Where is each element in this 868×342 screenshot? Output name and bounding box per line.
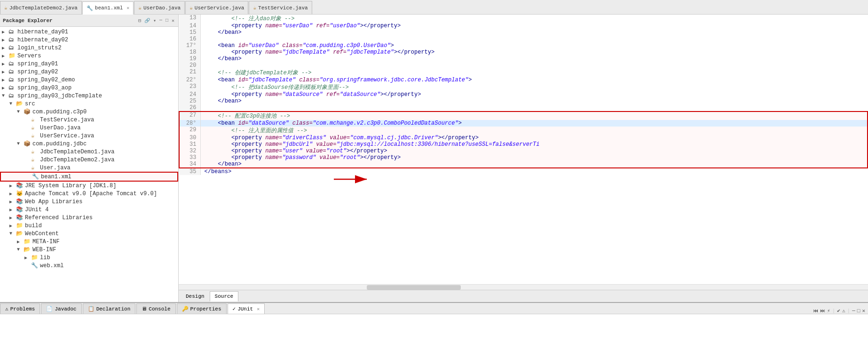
expand-arrow[interactable]: ▼ (17, 247, 24, 252)
expand-arrow[interactable]: ▶ (9, 223, 16, 229)
skip-forward-btn[interactable]: ⏭ (820, 308, 825, 314)
tree-item-web-xml[interactable]: 🔧 web.xml (0, 262, 178, 270)
close-icon[interactable]: ✕ (126, 5, 129, 11)
tree-item-web-inf[interactable]: ▼ 📂 WEB-INF (0, 246, 178, 254)
code-content[interactable]: <property name="driverClass" value="com.… (200, 135, 868, 141)
code-content[interactable] (200, 104, 868, 111)
maximize-btn[interactable]: □ (165, 18, 169, 24)
code-content[interactable]: </bean> (200, 56, 868, 62)
expand-arrow[interactable]: ▼ (9, 231, 16, 236)
code-content[interactable]: <!-- 创建jdbcTemplate对象 --> (200, 69, 868, 77)
code-content[interactable]: </bean> (200, 98, 868, 104)
code-content[interactable] (200, 62, 868, 69)
code-content[interactable]: </bean> (200, 29, 868, 36)
expand-arrow[interactable]: ▶ (2, 29, 8, 35)
tree-item-jre-library[interactable]: ▶ 📚 JRE System Library [JDK1.8] (0, 182, 178, 190)
tree-item-user[interactable]: ☕ User.java (0, 164, 178, 172)
minimize-btn[interactable]: ─ (852, 308, 855, 314)
tab-bean1xml[interactable]: 🔧 bean1.xml ✕ (82, 1, 134, 15)
minimize-btn[interactable]: ─ (158, 18, 163, 24)
view-menu-btn[interactable]: ▾ (152, 18, 157, 24)
code-content[interactable]: <property name="dataSource" ref="dataSou… (200, 91, 868, 98)
tree-item-spring_day03_jdbctemplate[interactable]: ▼ 🗂 spring_day03_jdbcTemplate (0, 92, 178, 100)
tree-item-testservice[interactable]: ☕ TestService.java (0, 116, 178, 124)
expand-arrow[interactable]: ▶ (9, 207, 16, 213)
code-content[interactable]: <!-- 注入里面的属性值 --> (200, 127, 868, 135)
code-content[interactable]: </beans> (200, 168, 868, 175)
code-area[interactable]: 13 <!-- 注入dao对象 --> 14 <property name="u… (179, 15, 868, 284)
close-icon[interactable]: ✕ (257, 306, 260, 312)
tree-item-src[interactable]: ▼ 📂 src (0, 100, 178, 108)
tree-item-webapp-libraries[interactable]: ▶ 📚 Web App Libraries (0, 198, 178, 206)
tree-item-userservice[interactable]: ☕ UserService.java (0, 132, 178, 140)
tree-item-spring_day03_aop[interactable]: ▶ 🗂 spring_day03_aop (0, 84, 178, 92)
tree-item-login_struts2[interactable]: ▶ 🗂 login_struts2 (0, 44, 178, 52)
tree-item-webcontent[interactable]: ▼ 📂 WebContent (0, 230, 178, 238)
expand-arrow[interactable]: ▶ (2, 77, 8, 83)
tree-item-junit4[interactable]: ▶ 📚 JUnit 4 (0, 206, 178, 214)
tree-item-spring_day01[interactable]: ▶ 🗂 spring_day01 (0, 60, 178, 68)
tree-item-lib[interactable]: ▶ 📁 lib (0, 254, 178, 262)
link-with-editor-btn[interactable]: 🔗 (143, 18, 151, 24)
tree-container[interactable]: ▶ 🗂 hibernate_day01 ▶ 🗂 hibernate_day02 … (0, 27, 178, 302)
close-btn[interactable]: ✕ (171, 18, 175, 24)
expand-arrow[interactable]: ▼ (17, 109, 24, 114)
expand-arrow[interactable]: ▼ (9, 101, 16, 106)
expand-arrow[interactable]: ▶ (24, 255, 31, 261)
code-content[interactable]: <bean id="userDao" class="com.pudding.c3… (200, 42, 868, 49)
tree-item-build[interactable]: ▶ 📁 build (0, 222, 178, 230)
tab-design[interactable]: Design (181, 291, 210, 302)
code-content[interactable]: <property name="userDao" ref="userDao"><… (200, 23, 868, 29)
tree-item-spring_day02[interactable]: ▶ 🗂 spring_day02 (0, 68, 178, 76)
tree-item-jdbctemplatedemo1[interactable]: ☕ JdbcTemplateDemo1.java (0, 148, 178, 156)
tree-item-apache-tomcat[interactable]: ▶ 🐱 Apache Tomcat v9.0 [Apache Tomcat v9… (0, 190, 178, 198)
bottom-tab-junit[interactable]: ✓ JUnit ✕ (228, 303, 265, 314)
expand-arrow[interactable]: ▶ (2, 37, 8, 43)
close-panel-btn[interactable]: ✕ (862, 308, 865, 314)
bottom-tab-declaration[interactable]: 📋 Declaration (83, 303, 136, 314)
tree-item-jdbctemplatedemo2[interactable]: ☕ JdbcTemplateDemo2.java (0, 156, 178, 164)
tree-item-hibernate_day02[interactable]: ▶ 🗂 hibernate_day02 (0, 36, 178, 44)
code-content[interactable]: <property name="user" value="root"></pro… (200, 148, 868, 154)
code-content[interactable]: <!-- 把dataSourse传递到模板对象里面--> (200, 83, 868, 91)
maximize-btn[interactable]: □ (857, 308, 860, 314)
expand-arrow[interactable]: ▶ (17, 239, 24, 245)
tree-item-hibernate_day01[interactable]: ▶ 🗂 hibernate_day01 (0, 28, 178, 36)
code-content[interactable]: <!-- 注入dao对象 --> (200, 15, 868, 23)
collapse-all-btn[interactable]: ⊟ (137, 18, 142, 24)
expand-arrow[interactable]: ▶ (2, 45, 8, 51)
horizontal-scrollbar[interactable] (179, 284, 868, 290)
tree-item-bean1xml[interactable]: 🔧 bean1.xml (0, 172, 178, 182)
tree-item-meta-inf[interactable]: ▶ 📁 META-INF (0, 238, 178, 246)
code-content[interactable]: <property name="jdbcUrl" value="jdbc:mys… (200, 141, 868, 148)
expand-arrow[interactable]: ▼ (2, 93, 8, 98)
code-content[interactable]: <property name="password" value="root"><… (200, 154, 868, 161)
expand-arrow[interactable]: ▶ (2, 85, 8, 91)
jump-to-error-btn[interactable]: ⚡ (827, 308, 830, 314)
bottom-tab-properties[interactable]: 🔑 Properties (177, 303, 227, 314)
tab-testservice[interactable]: ☕ TestService.java (249, 1, 312, 14)
code-content[interactable]: <bean id="jdbcTemplate" class="org.sprin… (200, 77, 868, 83)
code-content[interactable]: <!-- 配置c3p0连接池 --> (200, 111, 868, 120)
expand-arrow[interactable]: ▶ (2, 53, 8, 59)
tab-jdbctemplatedemo2[interactable]: ☕ JdbcTemplateDemo2.java (0, 1, 82, 14)
tab-userdao[interactable]: ☕ UserDao.java (134, 1, 185, 14)
code-content[interactable]: </bean> (200, 161, 868, 168)
tree-item-com-pudding-c3p0[interactable]: ▼ 📦 com.pudding.c3p0 (0, 108, 178, 116)
expand-arrow[interactable]: ▶ (2, 69, 8, 75)
tree-item-com-pudding-jdbc[interactable]: ▼ 📦 com.pudding.jdbc (0, 140, 178, 148)
tree-item-userdao[interactable]: ☕ UserDao.java (0, 124, 178, 132)
code-content[interactable]: <property name="jdbcTemplate" ref="jdbcT… (200, 49, 868, 56)
expand-arrow[interactable]: ▶ (9, 199, 16, 205)
bottom-tab-console[interactable]: 🖥 Console (136, 303, 175, 314)
expand-arrow[interactable]: ▶ (9, 183, 16, 189)
bottom-tab-javadoc[interactable]: 📄 Javadoc (41, 303, 81, 314)
code-content[interactable] (200, 36, 868, 42)
tab-source[interactable]: Source (210, 291, 239, 302)
tab-userservice[interactable]: ☕ UserService.java (185, 1, 248, 14)
skip-backward-btn[interactable]: ⏮ (813, 308, 818, 314)
expand-arrow[interactable]: ▼ (17, 141, 24, 146)
expand-arrow[interactable]: ▶ (9, 191, 16, 197)
tree-item-spring_day02_demo[interactable]: ▶ 🗂 spring_Day02_demo (0, 76, 178, 84)
expand-arrow[interactable]: ▶ (9, 215, 16, 221)
